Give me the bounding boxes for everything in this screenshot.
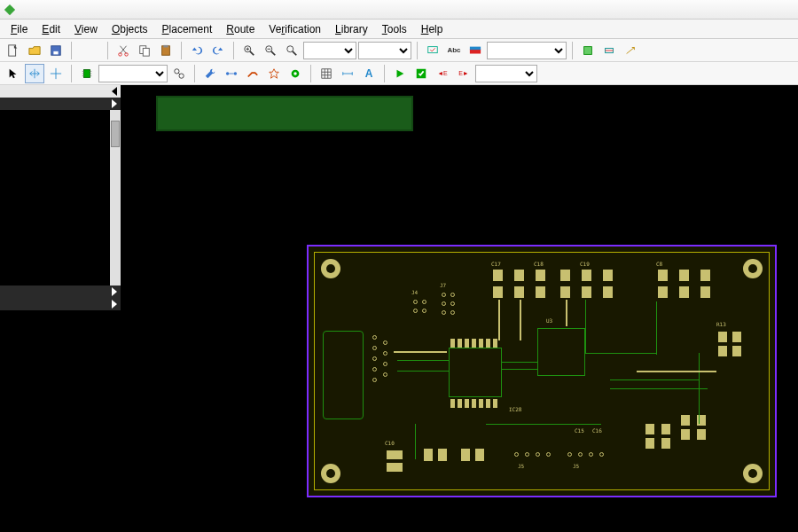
svg-point-17 (287, 45, 293, 51)
layer-icon[interactable] (466, 41, 485, 60)
wrench-icon[interactable] (200, 64, 220, 83)
svg-point-37 (226, 72, 230, 75)
titlebar (0, 0, 798, 20)
text-icon[interactable]: A (359, 64, 379, 83)
sidebar (0, 85, 121, 532)
tool-b-icon[interactable] (599, 41, 619, 60)
err-prev-icon[interactable]: ◄E (433, 64, 452, 83)
undo-icon[interactable] (187, 41, 207, 60)
check-icon[interactable] (411, 64, 431, 83)
run-icon[interactable] (390, 64, 410, 83)
new-icon[interactable] (4, 41, 23, 60)
chip-icon[interactable] (77, 64, 97, 83)
cut-icon[interactable] (113, 41, 133, 60)
menubar: File Edit View Objects Placement Route V… (0, 20, 798, 39)
grid-icon[interactable] (317, 64, 336, 83)
expand-icon (112, 99, 117, 108)
menu-objects[interactable]: Objects (105, 23, 155, 35)
menu-verification[interactable]: Verification (262, 23, 328, 35)
menu-help[interactable]: Help (414, 23, 450, 35)
layer-display-select[interactable] (487, 42, 567, 59)
svg-rect-7 (143, 48, 149, 56)
side-select[interactable] (98, 65, 168, 82)
pointer-icon[interactable] (4, 64, 23, 83)
paste-icon[interactable] (156, 41, 176, 60)
svg-line-18 (293, 51, 296, 54)
route-manual-icon[interactable] (243, 64, 262, 83)
menu-tools[interactable]: Tools (375, 23, 414, 35)
snap-select[interactable] (358, 42, 411, 59)
svg-marker-0 (4, 4, 15, 14)
menu-library[interactable]: Library (328, 23, 375, 35)
layer-select[interactable] (475, 65, 537, 82)
menu-placement[interactable]: Placement (155, 23, 220, 35)
svg-rect-19 (428, 46, 438, 52)
zoom-out-icon[interactable] (261, 41, 280, 60)
expand-icon (112, 300, 117, 309)
svg-line-15 (271, 51, 275, 54)
svg-point-38 (234, 72, 238, 75)
place-component-header[interactable] (0, 85, 121, 98)
filter-header[interactable] (0, 298, 121, 310)
find-icon[interactable] (169, 64, 189, 83)
copy-icon[interactable] (135, 41, 154, 60)
overlay-banner (156, 96, 413, 131)
zoom-window-icon[interactable] (282, 41, 301, 60)
svg-point-41 (293, 72, 297, 75)
ratsnest-icon[interactable] (222, 64, 241, 83)
pcb-board: J7 J4 C17C18 C19 C8 (307, 245, 777, 497)
zoom-in-icon[interactable] (239, 41, 259, 60)
scrollbar[interactable] (110, 110, 121, 286)
3d-button[interactable] (77, 41, 102, 60)
drc-icon[interactable] (423, 41, 442, 60)
svg-line-36 (178, 73, 180, 74)
svg-rect-27 (84, 69, 90, 77)
route-auto-icon[interactable] (264, 64, 284, 83)
tool-c-icon[interactable] (621, 41, 640, 60)
toolbar-2: A ◄E E► (0, 62, 798, 85)
pan-icon[interactable] (25, 64, 44, 83)
design-canvas[interactable]: J7 J4 C17C18 C19 C8 (121, 85, 798, 532)
collapse-icon (112, 87, 117, 96)
expand-icon (112, 287, 117, 296)
zoom-select[interactable] (303, 42, 356, 59)
toolbar-1: Abc (0, 39, 798, 62)
abc-icon[interactable]: Abc (444, 41, 464, 60)
scroll-thumb[interactable] (111, 121, 120, 147)
menu-edit[interactable]: Edit (35, 23, 67, 35)
redo-icon[interactable] (208, 41, 228, 60)
pattern-category-list[interactable] (0, 110, 110, 286)
origin-icon[interactable] (46, 64, 66, 83)
svg-rect-22 (584, 46, 592, 54)
footprint-list[interactable] (0, 310, 121, 532)
menu-route[interactable]: Route (219, 23, 262, 35)
svg-rect-3 (53, 51, 58, 54)
err-next-icon[interactable]: E► (454, 64, 473, 83)
menu-view[interactable]: View (67, 23, 105, 35)
tool-a-icon[interactable] (578, 41, 598, 60)
svg-line-11 (250, 51, 254, 54)
menu-file[interactable]: File (4, 23, 35, 35)
patterns-header[interactable] (0, 98, 121, 110)
svg-rect-9 (163, 44, 168, 47)
dimension-icon[interactable] (338, 64, 357, 83)
open-icon[interactable] (25, 41, 44, 60)
svg-rect-21 (470, 46, 481, 50)
library-tools-header[interactable] (0, 286, 121, 298)
app-icon (4, 4, 16, 16)
via-icon[interactable] (286, 64, 305, 83)
save-icon[interactable] (46, 41, 66, 60)
